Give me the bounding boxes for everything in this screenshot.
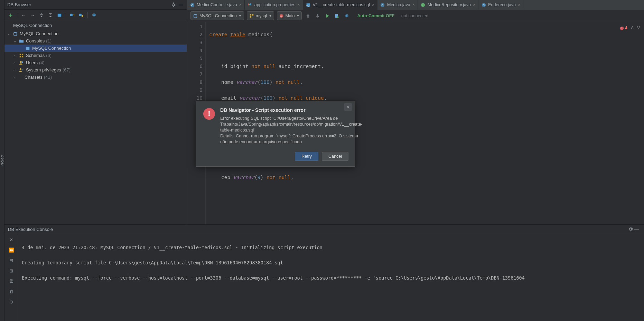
tree-label: Users — [26, 60, 38, 65]
collapse-icon[interactable] — [37, 11, 46, 19]
run-script-icon[interactable] — [334, 12, 340, 19]
tab-medicocontrolle[interactable]: C MedicoControlle.java × — [187, 0, 245, 10]
layout2-icon[interactable]: ⊞ — [8, 267, 15, 274]
separator — [66, 12, 66, 18]
layout-icon[interactable]: ⊟ — [8, 257, 15, 264]
error-count[interactable]: !4 — [620, 24, 627, 32]
svg-rect-30 — [250, 16, 251, 17]
tree-count: (67) — [63, 67, 71, 72]
java-icon: C — [190, 2, 195, 7]
close-icon[interactable]: × — [239, 2, 242, 7]
minimize-icon[interactable]: — — [178, 2, 184, 8]
print-icon[interactable]: 🖶 — [8, 278, 15, 284]
svg-text:!: ! — [621, 27, 623, 30]
close-icon[interactable]: × — [412, 2, 415, 7]
rollback-icon[interactable] — [314, 12, 321, 19]
gear-icon[interactable] — [170, 2, 176, 8]
console-output[interactable]: 4 de mai. de 2023 21:20:48: MySQL Connec… — [18, 234, 644, 321]
tree-consoles[interactable]: ⌄ Consoles (1) — [4, 37, 187, 45]
tab-endereco[interactable]: C Endereco.java × — [478, 0, 523, 10]
tree-charsets[interactable]: › Charsets (41) — [4, 74, 187, 81]
rail-project[interactable]: Project — [0, 152, 4, 169]
sql-icon: SQL — [306, 2, 311, 7]
tab-properties[interactable]: application.properties × — [245, 0, 303, 10]
chevron-up-icon[interactable]: ᐱ — [631, 24, 634, 32]
tab-medico[interactable]: C Medico.java × — [377, 0, 418, 10]
method-combo[interactable]: m Main ▼ — [277, 11, 302, 20]
tree-label: Consoles — [26, 38, 45, 43]
tree-label: Charsets — [25, 75, 43, 80]
db-browser-title: DB Browser — [7, 2, 169, 7]
tree-console-item[interactable]: MySQL Connection — [4, 45, 187, 52]
arrow-left-icon[interactable]: ← — [19, 11, 28, 19]
forward-icon[interactable]: ⏩ — [8, 246, 15, 253]
arrow-right-icon[interactable]: → — [28, 11, 37, 19]
privileges-icon — [18, 68, 25, 72]
interface-icon: I — [421, 2, 426, 7]
settings-icon[interactable] — [343, 12, 350, 19]
expand-icon[interactable] — [46, 11, 55, 19]
svg-point-12 — [21, 61, 23, 63]
refresh-all-icon[interactable] — [77, 11, 85, 19]
inspection-widget[interactable]: !4 ᐱ ᐯ — [620, 24, 640, 32]
error-dialog: ✕ ! DB Navigator - Script execution erro… — [196, 101, 355, 167]
chevron-down-icon[interactable]: ᐯ — [637, 24, 640, 32]
chevron-down-icon: ▼ — [297, 14, 300, 18]
tab-repository[interactable]: I MedicoRepository.java × — [418, 0, 479, 10]
tree-privileges[interactable]: › System privileges (67) — [4, 66, 187, 74]
settings-icon[interactable] — [90, 11, 98, 19]
svg-point-13 — [20, 68, 21, 70]
close-icon[interactable]: × — [298, 2, 300, 7]
close-icon[interactable]: × — [372, 2, 374, 7]
dialog-title: DB Navigator - Script execution error — [220, 107, 363, 113]
schema-combo[interactable]: mysql ▼ — [247, 11, 274, 20]
tree-count: (41) — [44, 75, 52, 80]
console-title: DB Execution Console — [8, 227, 53, 232]
minimize-icon[interactable]: — — [634, 227, 641, 232]
svg-rect-2 — [79, 14, 82, 16]
consoles-icon[interactable] — [55, 11, 64, 19]
svg-text:C: C — [191, 3, 193, 7]
java-icon: C — [380, 2, 385, 7]
dialog-body: ! DB Navigator - Script execution error … — [196, 101, 355, 148]
tree-label: MySQL Connection — [32, 46, 71, 51]
combo-label: mysql — [256, 13, 267, 18]
console-panel: DB Execution Console — ✕ ⏩ ⊟ ⊞ 🖶 🗑 ⊙ 4 d… — [4, 224, 644, 321]
console-icon — [25, 46, 31, 51]
refresh-icon[interactable] — [68, 11, 76, 19]
users-icon — [18, 60, 25, 65]
combo-label: MySQL Connection — [199, 13, 237, 18]
tree-users[interactable]: › Users (4) — [4, 59, 187, 66]
close-icon[interactable]: × — [473, 2, 475, 7]
connection-combo[interactable]: MySQL Connection ▼ — [190, 11, 244, 20]
chevron-down-icon: ▼ — [269, 14, 272, 18]
chevron-right-icon: › — [13, 75, 18, 79]
svg-rect-7 — [20, 54, 21, 55]
db-tree: ⌄ MySQL Connection ⌄ Consoles (1) MySQL … — [4, 29, 187, 224]
commit-icon[interactable] — [305, 12, 311, 19]
tree-schemas[interactable]: › Schemas (6) — [4, 52, 187, 59]
java-icon: C — [481, 2, 486, 7]
props-icon — [248, 2, 252, 7]
close-icon[interactable]: ✕ — [8, 236, 15, 243]
tree-count: (4) — [39, 60, 45, 65]
close-icon[interactable]: ✕ — [344, 103, 352, 111]
connection-status: - not connected — [399, 13, 428, 18]
more-icon[interactable]: ⊙ — [8, 298, 15, 305]
svg-rect-9 — [20, 56, 21, 57]
tree-root[interactable]: ⌄ MySQL Connection — [4, 30, 187, 37]
trash-icon[interactable]: 🗑 — [8, 288, 15, 295]
gear-icon[interactable] — [628, 227, 634, 232]
chevron-right-icon: › — [13, 54, 18, 57]
db-toolbar: + ← → — [4, 10, 187, 21]
close-icon[interactable]: × — [518, 2, 520, 7]
run-icon[interactable] — [324, 12, 331, 19]
plus-icon[interactable]: + — [7, 11, 15, 19]
chevron-down-icon: ⌄ — [7, 32, 12, 36]
db-browser-header: DB Browser — — [4, 0, 187, 10]
combo-label: Main — [285, 13, 295, 18]
cancel-button[interactable]: Cancel — [322, 152, 348, 161]
retry-button[interactable]: Retry — [295, 152, 318, 161]
db-icon — [193, 13, 198, 18]
tab-sql-migration[interactable]: SQL V1__create-table-medicos.sql × — [303, 0, 377, 10]
